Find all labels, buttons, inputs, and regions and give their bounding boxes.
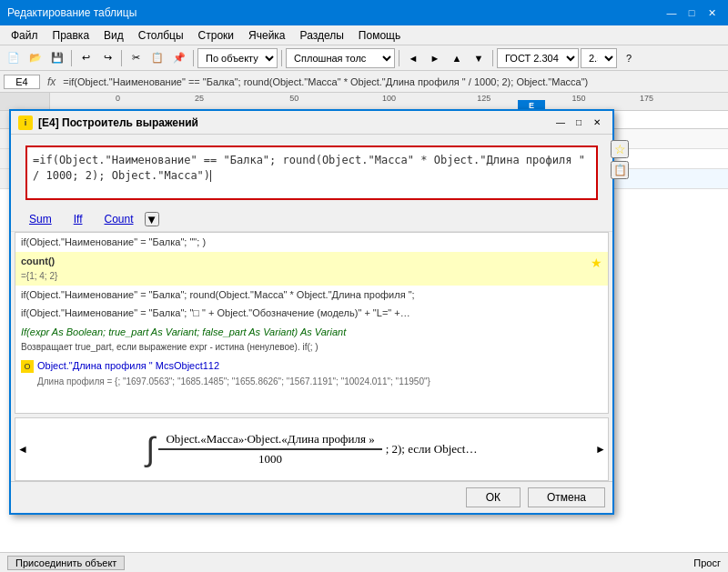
builder-title-text: [E4] Построитель выражений [38, 116, 198, 129]
ok-button[interactable]: ОК [466, 487, 521, 507]
title-bar: Редактирование таблицы — □ ✕ [0, 0, 728, 25]
left-btn[interactable]: ◄ [403, 48, 423, 68]
sep2 [121, 50, 122, 66]
sep5 [399, 50, 399, 66]
tab-count[interactable]: Count [93, 211, 144, 227]
size-dropdown[interactable]: 2.5 [581, 48, 617, 68]
title-controls: — □ ✕ [662, 5, 721, 21]
menu-help[interactable]: Помощь [351, 27, 408, 44]
preview-scroll-left[interactable]: ◄ [17, 443, 28, 456]
right-btn[interactable]: ► [425, 48, 445, 68]
cut-btn[interactable]: ✂ [126, 48, 146, 68]
builder-title-left: i [E4] Построитель выражений [18, 115, 198, 130]
ruler-area: 0 25 50 100 125 150 175 E [0, 93, 728, 111]
menu-file[interactable]: Файл [4, 27, 46, 44]
obj-icon-row: O Object."Длина профиля " McsObject112 [21, 358, 219, 374]
sep3 [193, 50, 194, 66]
preview-content: ∫ Object.«Масса»·Object.«Длина профиля »… [15, 426, 608, 472]
builder-title-controls: — □ ✕ [552, 115, 605, 130]
obj-prop-name: Object."Длина профиля " McsObject112 [37, 358, 219, 374]
builder-minimize-btn[interactable]: — [552, 115, 569, 130]
ruler-spacer [0, 93, 50, 110]
formula-side-icons: ☆ 📋 [611, 140, 629, 179]
tab-sum[interactable]: Sum [18, 211, 63, 227]
suggestions-list[interactable]: if(Object."Наименование" = "Балка"; ""; … [15, 232, 609, 414]
attach-object-button[interactable]: Присоединить объект [7, 556, 125, 570]
maximize-button[interactable]: □ [682, 5, 701, 21]
bottom-bar: Присоединить объект Просг [0, 552, 728, 572]
suggestion-item-5[interactable]: O Object."Длина профиля " McsObject112 Д… [15, 356, 608, 391]
window-title: Редактирование таблицы [7, 6, 136, 19]
down-btn[interactable]: ▼ [469, 48, 489, 68]
formula-input[interactable]: =if(Object."Наименование" == "Балка"; ro… [25, 146, 598, 200]
up-btn[interactable]: ▲ [447, 48, 467, 68]
sep6 [492, 50, 493, 66]
builder-maximize-btn[interactable]: □ [571, 115, 587, 130]
copy-btn[interactable]: 📋 [147, 48, 167, 68]
preview-denominator: 1000 [251, 450, 289, 468]
preview-area: ∫ Object.«Масса»·Object.«Длина профиля »… [15, 417, 609, 481]
formula-bar: E4 fx =if(Object."Наименование" == "Балк… [0, 71, 728, 93]
func-tabs: Sum Iff Count ▼ [11, 207, 612, 232]
suggestion-item-3[interactable]: if(Object."Наименование" = "Балка"; "□ "… [15, 304, 608, 323]
status-text: Просг [693, 557, 721, 568]
menu-edit[interactable]: Правка [46, 27, 97, 44]
text-cursor [210, 170, 211, 182]
sep4 [281, 50, 282, 66]
suggestion-item-4[interactable]: If(expr As Boolean; true_part As Variant… [15, 323, 608, 356]
builder-close-btn[interactable]: ✕ [589, 115, 605, 130]
main-window: Редактирование таблицы — □ ✕ Файл Правка… [0, 0, 728, 572]
ruler-ticks: 0 25 50 100 125 150 175 E [50, 93, 728, 110]
object-dropdown[interactable]: По объекту [197, 48, 278, 68]
suggestion-item-0[interactable]: if(Object."Наименование" = "Балка"; ""; … [15, 233, 608, 252]
builder-dialog: i [E4] Построитель выражений — □ ✕ =if(O… [9, 109, 614, 515]
menu-bar: Файл Правка Вид Столбцы Строки Ячейка Ра… [0, 25, 728, 45]
sep1 [71, 50, 72, 66]
open-btn[interactable]: 📂 [25, 48, 46, 68]
builder-footer: ОК Отмена [11, 481, 612, 513]
suggestion-item-2[interactable]: if(Object."Наименование" = "Балка"; roun… [15, 286, 608, 305]
tab-iff[interactable]: Iff [63, 211, 94, 227]
paste-btn[interactable]: 📌 [169, 48, 189, 68]
help-btn[interactable]: ? [619, 48, 639, 68]
fx-label: fx [44, 75, 59, 88]
preview-scroll-right[interactable]: ► [595, 443, 606, 456]
suggestion-item-1[interactable]: count() ★ ={1; 4; 2} [15, 252, 608, 286]
func-tabs-arrow[interactable]: ▼ [145, 212, 159, 226]
preview-numerator: Object.«Масса»·Object.«Длина профиля » [158, 430, 381, 450]
copy-formula-btn[interactable]: 📋 [611, 161, 629, 179]
count-subtext: ={1; 4; 2} [21, 271, 57, 281]
save-btn[interactable]: 💾 [47, 48, 67, 68]
star-1: ★ [591, 254, 602, 273]
obj-icon: O [21, 360, 34, 373]
new-btn[interactable]: 📄 [4, 48, 24, 68]
builder-icon: i [18, 115, 33, 130]
formula-input-text: =if(Object."Наименование" == "Балка"; ro… [33, 154, 585, 182]
star-icon-btn[interactable]: ☆ [611, 140, 629, 158]
if-signature: If(expr As Boolean; true_part As Variant… [21, 326, 346, 337]
undo-btn[interactable]: ↩ [76, 48, 96, 68]
formula-display: =if(Object."Наименование" == "Балка"; ro… [63, 76, 724, 87]
minimize-button[interactable]: — [662, 5, 681, 21]
cancel-button[interactable]: Отмена [528, 487, 605, 507]
menu-view[interactable]: Вид [96, 27, 131, 44]
builder-title-bar: i [E4] Построитель выражений — □ ✕ [11, 111, 612, 135]
menu-columns[interactable]: Столбцы [131, 27, 191, 44]
close-button[interactable]: ✕ [703, 5, 721, 21]
redo-btn[interactable]: ↪ [97, 48, 117, 68]
integral-symbol: ∫ [147, 430, 156, 468]
count-func: count() [21, 256, 55, 266]
toolbar-1: 📄 📂 💾 ↩ ↪ ✂ 📋 📌 По объекту Сплошная толс… [0, 45, 728, 71]
menu-cell[interactable]: Ячейка [241, 27, 292, 44]
obj-prop-values: Длина профиля = {; "1697.0563"; "1685.14… [37, 376, 430, 386]
menu-sections[interactable]: Разделы [293, 27, 351, 44]
line-type-dropdown[interactable]: Сплошная толс [286, 48, 395, 68]
formula-input-container: =if(Object."Наименование" == "Балка"; ro… [18, 140, 605, 206]
if-description: Возвращает true_part, если выражение exp… [21, 342, 318, 352]
preview-suffix: ; 2); если Object… [386, 442, 478, 457]
preview-formula-container: Object.«Масса»·Object.«Длина профиля » 1… [158, 430, 381, 468]
gost-dropdown[interactable]: ГОСТ 2.304 [497, 48, 579, 68]
menu-rows[interactable]: Строки [191, 27, 241, 44]
cell-reference: E4 [4, 75, 40, 89]
